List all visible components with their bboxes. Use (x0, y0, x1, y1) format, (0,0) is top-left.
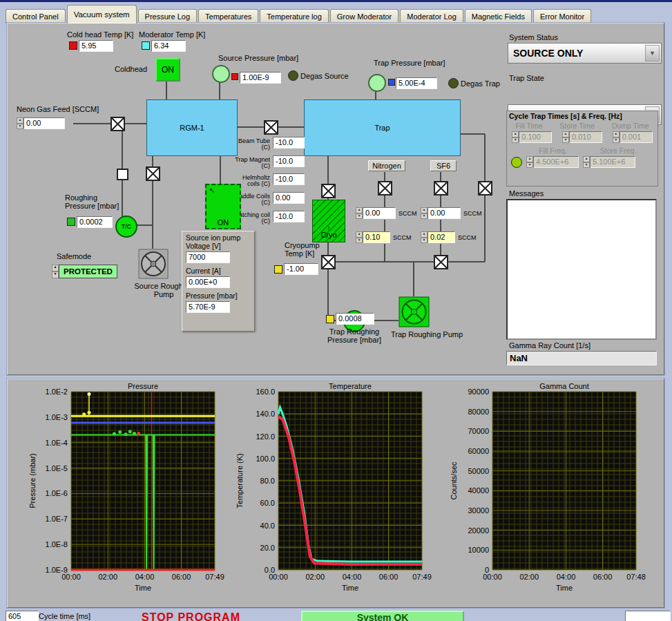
trap-pressure-indicator (388, 79, 395, 86)
svg-text:Temperature (K): Temperature (K) (236, 453, 244, 508)
degas-source-led[interactable] (288, 70, 298, 81)
tab-moderator-log[interactable]: Moderator Log (400, 9, 463, 23)
sf6-valve-icon[interactable] (434, 181, 448, 195)
fill-time-control[interactable]: ▲▼0.100 (512, 131, 552, 143)
moderator-indicator (142, 41, 150, 50)
trap-roughing-pressure-label: Trap Roughing Pressure [mbar] (316, 327, 392, 344)
cryo-label: Cryo (320, 231, 336, 239)
spinner-arrows-icon[interactable]: ▲▼ (421, 231, 428, 243)
sf6-flow-value[interactable]: 0.00 (428, 207, 461, 219)
neon-gas-feed-value[interactable]: 0.00 (23, 117, 65, 129)
svg-text:1.0E-8: 1.0E-8 (46, 540, 68, 548)
tab-error-monitor[interactable]: Error Monitor (533, 9, 591, 23)
sf6-manifold-valve-icon[interactable] (434, 255, 448, 269)
vacuum-system-window: Control Panel Vacuum system Pressure Log… (0, 0, 672, 621)
degas-trap-led[interactable] (448, 78, 459, 88)
store-freq-control[interactable]: ▲▼5.100E+6 (583, 156, 635, 168)
thermocouple-gauge-source: T/C (115, 216, 137, 238)
dump-time-value[interactable]: 0.001 (620, 131, 653, 143)
nitrogen-valve-icon[interactable] (378, 181, 392, 195)
store-time-control[interactable]: ▲▼0.010 (562, 131, 602, 143)
tab-vacuum-system[interactable]: Vacuum system (67, 5, 137, 23)
fill-freq-value[interactable]: 4.500E+6 (533, 156, 579, 168)
svg-text:20.0: 20.0 (260, 544, 275, 552)
system-ok-button[interactable]: System OK (301, 611, 464, 621)
tab-temperatures[interactable]: Temperatures (198, 9, 258, 23)
neon-gas-feed-control[interactable]: ▲▼ 0.00 (17, 117, 65, 129)
svg-text:02:00: 02:00 (305, 573, 325, 581)
ion-pump-current-label: Current [A] (186, 267, 251, 275)
fill-time-value[interactable]: 0.100 (519, 131, 552, 143)
ion-pump-on-label: ON (218, 218, 229, 227)
roughing-pressure-value: 0.0002 (77, 216, 113, 228)
svg-text:1.0E-3: 1.0E-3 (46, 413, 68, 421)
cryopump-temp-value: -1.00 (284, 263, 318, 275)
spinner-arrows-icon[interactable]: ▲▼ (17, 117, 23, 129)
ion-pump-on-button[interactable]: ON↖ (205, 184, 241, 229)
spinner-arrows-icon[interactable]: ▲▼ (421, 207, 428, 219)
source-roughing-pump-icon (138, 249, 169, 282)
n2-setpoint-value[interactable]: 0.10 (363, 231, 390, 243)
sf6-setpoint-control[interactable]: ▲▼ 0.02 (421, 231, 455, 243)
arrow-icon: ↖ (209, 187, 215, 194)
safemode-value[interactable]: PROTECTED (59, 265, 117, 278)
cryo-valve-icon[interactable] (321, 184, 336, 198)
chevron-down-icon[interactable]: ▼ (645, 45, 660, 61)
trap-magnet-value: -10.0 (273, 155, 305, 167)
stop-program-button[interactable]: STOP PROGRAM (142, 611, 240, 621)
trap-vent-valve-icon[interactable] (478, 181, 492, 195)
system-status-dropdown[interactable]: SOURCE ONLY ▼ (508, 43, 662, 64)
svg-text:60.0: 60.0 (260, 499, 275, 507)
svg-text:140.0: 140.0 (256, 410, 275, 418)
store-freq-label: Store Freq. (600, 146, 637, 155)
n2-setpoint-unit: SCCM (393, 234, 412, 241)
degas-trap-label: Degas Trap (461, 79, 500, 88)
neon-gas-feed-label: Neon Gas Feed [SCCM] (17, 105, 99, 113)
n2-flow-value[interactable]: 0.00 (363, 207, 396, 219)
tab-magnetic-fields[interactable]: Magnetic Fields (465, 9, 532, 23)
messages-label: Messages (509, 189, 544, 198)
safemode-control[interactable]: ▲▼ PROTECTED (52, 265, 117, 278)
roughing-pressure-label: Roughing Pressure [mbar] (65, 193, 127, 210)
rgm1-chamber: RGM-1 (146, 99, 238, 156)
tab-bar: Control Panel Vacuum system Pressure Log… (6, 5, 591, 23)
svg-text:04:00: 04:00 (135, 573, 155, 581)
svg-text:1.0E-6: 1.0E-6 (46, 489, 68, 497)
n2-flow-control[interactable]: ▲▼ 0.00 (356, 207, 396, 219)
sf6-setpoint-value[interactable]: 0.02 (428, 231, 455, 243)
spinner-arrows-icon[interactable]: ▲▼ (356, 207, 363, 219)
source-roughing-valve-icon[interactable] (146, 166, 160, 181)
cold-head-temp-label: Cold head Temp [K] (67, 30, 133, 39)
trap-roughing-pressure-indicator (326, 315, 334, 323)
sf6-tag: SF6 (430, 160, 457, 171)
tab-control-panel[interactable]: Control Panel (6, 9, 66, 23)
messages-box (506, 199, 657, 340)
trap-roughing-pump-icon (399, 296, 430, 330)
cycle-trap-group: Cycle Trap Times [s] & Freq. [Hz] Fill T… (506, 111, 658, 187)
rgm1-trap-valve-icon[interactable] (264, 120, 278, 135)
store-time-value[interactable]: 0.010 (569, 131, 602, 143)
neon-valve-icon[interactable] (111, 117, 125, 131)
spinner-arrows-icon[interactable]: ▲▼ (52, 265, 59, 278)
tab-pressure-log[interactable]: Pressure Log (138, 9, 197, 23)
beam-tube-label: Beam Tube (C) (229, 138, 270, 151)
fill-freq-control[interactable]: ▲▼4.500E+6 (526, 156, 579, 168)
tab-temperature-log[interactable]: Temperature log (260, 9, 329, 23)
svg-text:70000: 70000 (468, 427, 489, 435)
tab-grow-moderator[interactable]: Grow Moderator (330, 9, 399, 23)
spinner-arrows-icon[interactable]: ▲▼ (356, 231, 363, 243)
ion-pump-voltage-label: Voltage [V] (186, 242, 251, 250)
schematic-panel: Cold head Temp [K] 5.95 Moderator Temp [… (7, 23, 664, 375)
ion-pump-voltage-value: 7000 (186, 251, 230, 263)
trap-roughing-pressure-value: 0.0008 (336, 313, 374, 325)
sf6-flow-control[interactable]: ▲▼ 0.00 (421, 207, 461, 219)
dump-time-control[interactable]: ▲▼0.001 (613, 131, 653, 143)
store-freq-value[interactable]: 5.100E+6 (590, 156, 635, 168)
fill-time-label: Fill Time (515, 122, 542, 130)
cryo-pump: ↑ Cryo (312, 200, 345, 242)
cold-head-temp-value: 5.95 (79, 40, 113, 52)
coldhead-on-button[interactable]: ON (155, 58, 180, 82)
n2-setpoint-control[interactable]: ▲▼ 0.10 (356, 231, 390, 243)
store-time-label: Store Time (559, 122, 595, 130)
svg-text:07:49: 07:49 (205, 573, 224, 581)
